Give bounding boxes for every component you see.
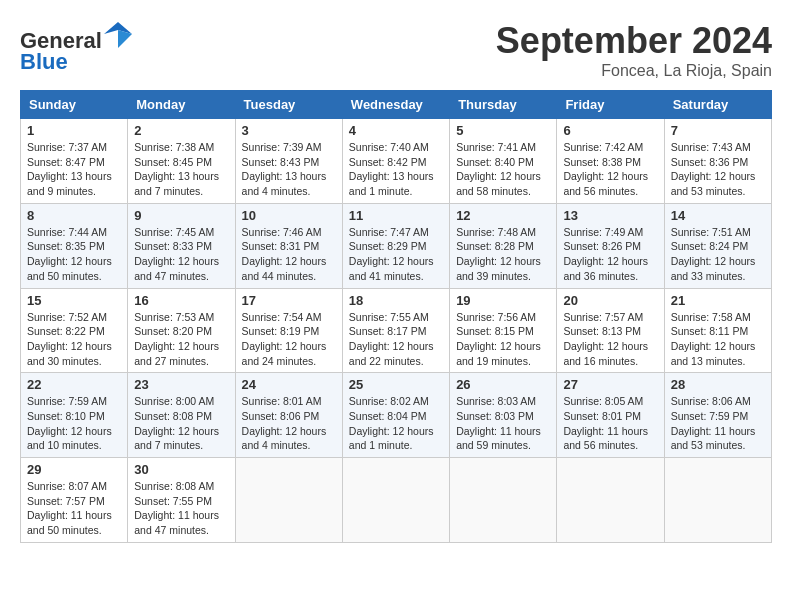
day-info: Sunrise: 7:59 AM Sunset: 8:10 PM Dayligh… [27, 394, 121, 453]
calendar-cell [664, 458, 771, 543]
day-number: 26 [456, 377, 550, 392]
calendar-cell: 10 Sunrise: 7:46 AM Sunset: 8:31 PM Dayl… [235, 203, 342, 288]
day-number: 4 [349, 123, 443, 138]
calendar-cell: 1 Sunrise: 7:37 AM Sunset: 8:47 PM Dayli… [21, 119, 128, 204]
day-number: 7 [671, 123, 765, 138]
day-info: Sunrise: 7:38 AM Sunset: 8:45 PM Dayligh… [134, 140, 228, 199]
calendar-table: SundayMondayTuesdayWednesdayThursdayFrid… [20, 90, 772, 543]
day-info: Sunrise: 7:49 AM Sunset: 8:26 PM Dayligh… [563, 225, 657, 284]
calendar-cell: 24 Sunrise: 8:01 AM Sunset: 8:06 PM Dayl… [235, 373, 342, 458]
calendar-cell: 21 Sunrise: 7:58 AM Sunset: 8:11 PM Dayl… [664, 288, 771, 373]
day-number: 28 [671, 377, 765, 392]
day-info: Sunrise: 7:43 AM Sunset: 8:36 PM Dayligh… [671, 140, 765, 199]
calendar-cell: 16 Sunrise: 7:53 AM Sunset: 8:20 PM Dayl… [128, 288, 235, 373]
calendar-cell: 23 Sunrise: 8:00 AM Sunset: 8:08 PM Dayl… [128, 373, 235, 458]
day-info: Sunrise: 7:44 AM Sunset: 8:35 PM Dayligh… [27, 225, 121, 284]
calendar-cell: 29 Sunrise: 8:07 AM Sunset: 7:57 PM Dayl… [21, 458, 128, 543]
day-number: 27 [563, 377, 657, 392]
day-number: 25 [349, 377, 443, 392]
day-number: 16 [134, 293, 228, 308]
day-number: 17 [242, 293, 336, 308]
day-info: Sunrise: 7:46 AM Sunset: 8:31 PM Dayligh… [242, 225, 336, 284]
day-info: Sunrise: 7:47 AM Sunset: 8:29 PM Dayligh… [349, 225, 443, 284]
calendar-week-row: 29 Sunrise: 8:07 AM Sunset: 7:57 PM Dayl… [21, 458, 772, 543]
calendar-header-row: SundayMondayTuesdayWednesdayThursdayFrid… [21, 91, 772, 119]
day-number: 19 [456, 293, 550, 308]
calendar-cell: 3 Sunrise: 7:39 AM Sunset: 8:43 PM Dayli… [235, 119, 342, 204]
day-number: 15 [27, 293, 121, 308]
calendar-cell: 4 Sunrise: 7:40 AM Sunset: 8:42 PM Dayli… [342, 119, 449, 204]
calendar-week-row: 8 Sunrise: 7:44 AM Sunset: 8:35 PM Dayli… [21, 203, 772, 288]
day-info: Sunrise: 8:03 AM Sunset: 8:03 PM Dayligh… [456, 394, 550, 453]
weekday-header: Friday [557, 91, 664, 119]
page-header: General Blue September 2024 Foncea, La R… [20, 20, 772, 80]
day-info: Sunrise: 8:07 AM Sunset: 7:57 PM Dayligh… [27, 479, 121, 538]
location-title: Foncea, La Rioja, Spain [496, 62, 772, 80]
calendar-week-row: 22 Sunrise: 7:59 AM Sunset: 8:10 PM Dayl… [21, 373, 772, 458]
calendar-cell: 19 Sunrise: 7:56 AM Sunset: 8:15 PM Dayl… [450, 288, 557, 373]
logo: General Blue [20, 20, 132, 75]
day-number: 22 [27, 377, 121, 392]
day-info: Sunrise: 8:08 AM Sunset: 7:55 PM Dayligh… [134, 479, 228, 538]
calendar-cell: 2 Sunrise: 7:38 AM Sunset: 8:45 PM Dayli… [128, 119, 235, 204]
day-number: 14 [671, 208, 765, 223]
title-block: September 2024 Foncea, La Rioja, Spain [496, 20, 772, 80]
calendar-cell: 20 Sunrise: 7:57 AM Sunset: 8:13 PM Dayl… [557, 288, 664, 373]
weekday-header: Thursday [450, 91, 557, 119]
day-info: Sunrise: 7:37 AM Sunset: 8:47 PM Dayligh… [27, 140, 121, 199]
day-info: Sunrise: 7:58 AM Sunset: 8:11 PM Dayligh… [671, 310, 765, 369]
calendar-cell: 18 Sunrise: 7:55 AM Sunset: 8:17 PM Dayl… [342, 288, 449, 373]
calendar-cell: 25 Sunrise: 8:02 AM Sunset: 8:04 PM Dayl… [342, 373, 449, 458]
day-number: 30 [134, 462, 228, 477]
day-info: Sunrise: 8:00 AM Sunset: 8:08 PM Dayligh… [134, 394, 228, 453]
day-info: Sunrise: 7:48 AM Sunset: 8:28 PM Dayligh… [456, 225, 550, 284]
calendar-cell: 22 Sunrise: 7:59 AM Sunset: 8:10 PM Dayl… [21, 373, 128, 458]
day-info: Sunrise: 7:41 AM Sunset: 8:40 PM Dayligh… [456, 140, 550, 199]
day-number: 23 [134, 377, 228, 392]
day-info: Sunrise: 8:06 AM Sunset: 7:59 PM Dayligh… [671, 394, 765, 453]
calendar-week-row: 1 Sunrise: 7:37 AM Sunset: 8:47 PM Dayli… [21, 119, 772, 204]
day-info: Sunrise: 7:39 AM Sunset: 8:43 PM Dayligh… [242, 140, 336, 199]
month-title: September 2024 [496, 20, 772, 62]
calendar-cell: 6 Sunrise: 7:42 AM Sunset: 8:38 PM Dayli… [557, 119, 664, 204]
calendar-cell [557, 458, 664, 543]
day-number: 5 [456, 123, 550, 138]
calendar-cell: 12 Sunrise: 7:48 AM Sunset: 8:28 PM Dayl… [450, 203, 557, 288]
weekday-header: Saturday [664, 91, 771, 119]
day-number: 8 [27, 208, 121, 223]
day-number: 11 [349, 208, 443, 223]
calendar-cell: 28 Sunrise: 8:06 AM Sunset: 7:59 PM Dayl… [664, 373, 771, 458]
day-info: Sunrise: 7:40 AM Sunset: 8:42 PM Dayligh… [349, 140, 443, 199]
day-info: Sunrise: 7:51 AM Sunset: 8:24 PM Dayligh… [671, 225, 765, 284]
day-number: 9 [134, 208, 228, 223]
day-info: Sunrise: 7:45 AM Sunset: 8:33 PM Dayligh… [134, 225, 228, 284]
day-number: 24 [242, 377, 336, 392]
weekday-header: Sunday [21, 91, 128, 119]
day-info: Sunrise: 8:02 AM Sunset: 8:04 PM Dayligh… [349, 394, 443, 453]
day-number: 13 [563, 208, 657, 223]
day-number: 2 [134, 123, 228, 138]
day-info: Sunrise: 7:57 AM Sunset: 8:13 PM Dayligh… [563, 310, 657, 369]
calendar-cell: 8 Sunrise: 7:44 AM Sunset: 8:35 PM Dayli… [21, 203, 128, 288]
calendar-cell: 14 Sunrise: 7:51 AM Sunset: 8:24 PM Dayl… [664, 203, 771, 288]
day-number: 10 [242, 208, 336, 223]
weekday-header: Monday [128, 91, 235, 119]
calendar-cell: 9 Sunrise: 7:45 AM Sunset: 8:33 PM Dayli… [128, 203, 235, 288]
day-info: Sunrise: 7:55 AM Sunset: 8:17 PM Dayligh… [349, 310, 443, 369]
day-info: Sunrise: 8:05 AM Sunset: 8:01 PM Dayligh… [563, 394, 657, 453]
calendar-cell [235, 458, 342, 543]
logo-bird-icon [104, 20, 132, 48]
calendar-cell: 13 Sunrise: 7:49 AM Sunset: 8:26 PM Dayl… [557, 203, 664, 288]
day-number: 12 [456, 208, 550, 223]
day-number: 21 [671, 293, 765, 308]
day-number: 20 [563, 293, 657, 308]
calendar-cell: 5 Sunrise: 7:41 AM Sunset: 8:40 PM Dayli… [450, 119, 557, 204]
calendar-cell: 30 Sunrise: 8:08 AM Sunset: 7:55 PM Dayl… [128, 458, 235, 543]
calendar-cell [450, 458, 557, 543]
day-info: Sunrise: 7:53 AM Sunset: 8:20 PM Dayligh… [134, 310, 228, 369]
day-info: Sunrise: 7:56 AM Sunset: 8:15 PM Dayligh… [456, 310, 550, 369]
day-number: 1 [27, 123, 121, 138]
weekday-header: Tuesday [235, 91, 342, 119]
calendar-cell [342, 458, 449, 543]
day-info: Sunrise: 7:54 AM Sunset: 8:19 PM Dayligh… [242, 310, 336, 369]
